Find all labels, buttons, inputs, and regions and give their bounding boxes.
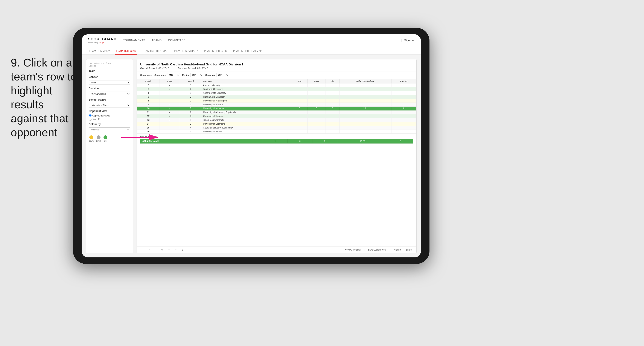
cell-opponent: University of Arkansas, Fayetteville <box>202 110 292 114</box>
table-row[interactable]: 16 - 3 University of Florida <box>137 130 416 134</box>
sidebar-team-section: Team <box>89 69 130 73</box>
cell-win <box>292 118 307 122</box>
out-of-div-tie: 0 <box>312 139 337 143</box>
minus-button[interactable]: － <box>174 248 178 252</box>
cell-tie <box>326 122 340 126</box>
table-row[interactable]: 3 - 2 Vanderbilt University <box>137 87 416 91</box>
nav-teams[interactable]: TEAMS <box>152 37 162 43</box>
col-opponent: Opponent <box>202 79 292 83</box>
gender-select[interactable]: Men's <box>89 80 130 85</box>
redo-button[interactable]: ↪ <box>147 248 151 251</box>
sub-nav-team-h2h-heatmap[interactable]: TEAM H2H HEATMAP <box>141 48 169 55</box>
cell-opponent: Auburn University <box>202 83 292 87</box>
view-original-button[interactable]: 👁 View: Original <box>343 248 362 251</box>
cell-rank: 2 <box>137 83 160 87</box>
sub-nav-player-h2h-heatmap[interactable]: PLAYER H2H HEATMAP <box>232 48 263 55</box>
cell-tie <box>326 110 340 114</box>
sub-nav-team-h2h-grid[interactable]: TEAM H2H GRID <box>115 48 137 55</box>
out-of-div-diff: 26.00 <box>337 139 388 143</box>
nav-tournaments[interactable]: TOURNAMENTS <box>123 37 145 43</box>
table-container: # Rank # Reg # Conf Opponent Win Loss Ti… <box>137 79 416 246</box>
cell-conf: 2 <box>180 87 202 91</box>
cell-opponent: University of Washington <box>202 99 292 103</box>
sub-nav-team-summary[interactable]: TEAM SUMMARY <box>88 48 111 55</box>
table-row[interactable]: 4 - 1 Arizona State University <box>137 91 416 95</box>
cell-rank: 10 <box>137 107 160 110</box>
cell-rank: 3 <box>137 87 160 91</box>
cell-diff <box>340 118 391 122</box>
table-row[interactable]: 9 - 3 University of Arizona <box>137 103 416 107</box>
cell-rank: 13 <box>137 118 160 122</box>
cell-conf: 1 <box>180 118 202 122</box>
conference-filter-select[interactable]: (All) <box>167 73 180 77</box>
cell-diff: 2.61 <box>340 107 391 110</box>
watch-button[interactable]: Watch ▾ <box>392 248 403 251</box>
logo-text: SCOREBOARD <box>88 37 116 41</box>
division-select[interactable]: NCAA Division I <box>89 92 130 96</box>
table-row[interactable]: 12 - 3 University of Virginia <box>137 114 416 118</box>
share-button[interactable]: Share <box>404 248 413 251</box>
cell-diff <box>340 91 391 95</box>
save-custom-view-button[interactable]: Save Custom View <box>367 248 388 251</box>
sidebar-last-updated: Last Updated: 27/03/2024 16:55:38 <box>89 62 130 67</box>
cell-reg: - <box>160 130 180 134</box>
table-row[interactable]: 15 - 4 Georgia Institute of Technology <box>137 126 416 130</box>
out-of-division-row[interactable]: NCAA Division II 1 0 0 26.00 3 <box>140 139 413 143</box>
cell-reg: - <box>160 122 180 126</box>
sub-nav: TEAM SUMMARY TEAM H2H GRID TEAM H2H HEAT… <box>82 46 421 55</box>
opponents-played-radio[interactable]: Opponents Played <box>89 114 130 117</box>
filter-conference-group: Conference (All) <box>154 73 180 77</box>
cell-rank: 9 <box>137 103 160 107</box>
cell-opponent: University of Virginia <box>202 114 292 118</box>
sub-nav-player-h2h-grid[interactable]: PLAYER H2H GRID <box>203 48 228 55</box>
cell-win <box>292 103 307 107</box>
tablet-device: SCOREBOARD Powered by clippd TOURNAMENTS… <box>73 28 430 264</box>
gender-label: Gender <box>89 75 130 78</box>
cell-tie <box>326 99 340 103</box>
app-logo: SCOREBOARD Powered by clippd <box>88 37 116 43</box>
table-row[interactable]: 13 - 1 Texas Tech University <box>137 118 416 122</box>
cell-tie <box>326 87 340 91</box>
cell-tie <box>326 83 340 87</box>
cell-diff <box>340 130 391 134</box>
settings-button[interactable]: ⚙ <box>160 248 164 251</box>
cell-rank: 15 <box>137 126 160 130</box>
cell-diff <box>340 87 391 91</box>
nav-committee[interactable]: COMMITTEE <box>168 37 186 43</box>
cell-reg: - <box>160 91 180 95</box>
colour-by-select[interactable]: Win/loss <box>89 127 130 132</box>
cell-rank: 4 <box>137 91 160 95</box>
cell-win <box>292 99 307 103</box>
cell-opponent: University of Arizona <box>202 103 292 107</box>
table-row[interactable]: 11 - 6 University of Arkansas, Fayettevi… <box>137 110 416 114</box>
out-of-division-header: Out of division <box>137 134 416 139</box>
sign-out-link[interactable]: Sign out <box>404 39 414 42</box>
top100-radio[interactable]: Top 100 <box>89 118 130 121</box>
table-row[interactable]: 10 - 5 University of Alabama 3 0 0 2.61 … <box>137 107 416 110</box>
table-row[interactable]: 6 - 2 Florida State University <box>137 95 416 99</box>
region-filter-select[interactable]: (All) <box>190 73 203 77</box>
table-row[interactable]: 14 - 2 University of Oklahoma <box>137 122 416 126</box>
back-button[interactable]: ← <box>153 248 158 251</box>
clock-button[interactable]: ⏱ <box>180 248 185 251</box>
undo-button[interactable]: ↩ <box>140 248 144 251</box>
sub-nav-player-summary[interactable]: PLAYER SUMMARY <box>174 48 199 55</box>
cell-conf: 2 <box>180 99 202 103</box>
cell-conf: 2 <box>180 122 202 126</box>
cell-diff <box>340 95 391 99</box>
conference-filter-label: Conference <box>154 74 166 76</box>
legend-down-label: Down <box>89 140 94 142</box>
out-of-div-loss: 0 <box>288 139 312 143</box>
cell-tie: 0 <box>326 107 340 110</box>
col-rounds: Rounds <box>391 79 416 83</box>
cell-win: 3 <box>292 107 307 110</box>
school-select[interactable]: University of Nort... <box>89 103 130 107</box>
table-row[interactable]: 8 - 2 University of Washington <box>137 99 416 103</box>
plus-button[interactable]: ＋ <box>167 248 171 252</box>
opponent-filter-select[interactable]: (All) <box>216 73 229 77</box>
cell-rank: 16 <box>137 130 160 134</box>
legend-level: Level <box>96 135 101 142</box>
legend-up-dot <box>104 135 107 139</box>
nav-right: | Sign out <box>399 39 414 42</box>
table-row[interactable]: 2 - 1 Auburn University <box>137 83 416 87</box>
